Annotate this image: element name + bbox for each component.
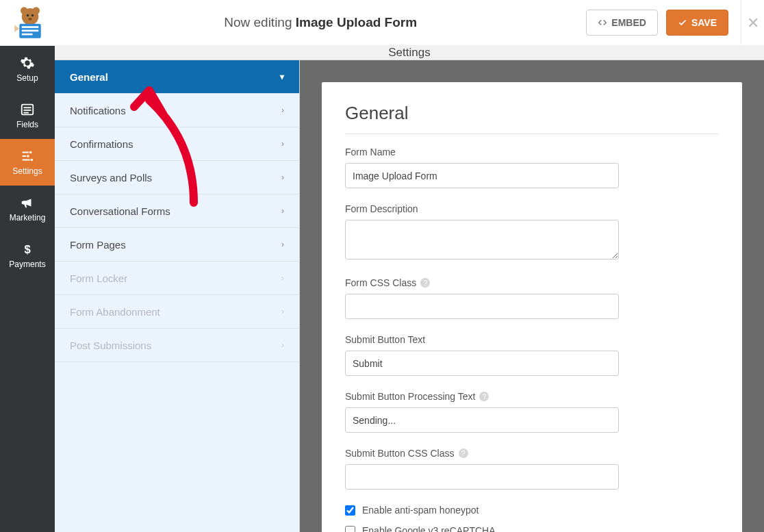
- help-icon[interactable]: ?: [459, 448, 468, 458]
- columns: General ▾ Notifications › Confirmations …: [55, 60, 764, 532]
- svg-point-16: [31, 159, 34, 162]
- submit-text-input[interactable]: [345, 351, 619, 376]
- honeypot-label: Enable anti-spam honeypot: [362, 505, 479, 516]
- chevron-right-icon: ›: [281, 273, 284, 283]
- settings-nav-label: Confirmations: [70, 138, 133, 150]
- embed-button-label: EMBED: [611, 17, 646, 28]
- rail-marketing[interactable]: Marketing: [0, 186, 55, 232]
- topbar-actions: EMBED SAVE: [586, 10, 741, 36]
- form-description-label: Form Description: [345, 203, 719, 214]
- panel-heading: General: [345, 103, 719, 134]
- svg-rect-11: [24, 107, 31, 108]
- settings-nav-notifications[interactable]: Notifications ›: [55, 94, 299, 127]
- general-panel: General Form Name Form Description Form …: [322, 82, 742, 532]
- help-icon[interactable]: ?: [479, 392, 489, 401]
- save-button-label: SAVE: [691, 17, 717, 28]
- svg-point-5: [28, 18, 31, 21]
- settings-nav-form-locker: Form Locker ›: [55, 262, 299, 295]
- honeypot-checkbox[interactable]: [345, 505, 355, 516]
- recaptcha-checkbox[interactable]: [345, 526, 355, 533]
- rail-settings[interactable]: Settings: [0, 139, 55, 186]
- check-honeypot[interactable]: Enable anti-spam honeypot: [345, 505, 719, 516]
- form-name-label: Form Name: [345, 147, 719, 157]
- settings-nav-label: Conversational Forms: [70, 205, 170, 217]
- settings-nav-general[interactable]: General ▾: [55, 60, 299, 94]
- main-area: Setup Fields Settings Marketing $ Paymen…: [0, 46, 764, 532]
- svg-point-1: [21, 7, 28, 14]
- top-bar: Now editing Image Upload Form EMBED SAVE…: [0, 0, 764, 46]
- dollar-icon: $: [20, 242, 35, 257]
- recaptcha-label: Enable Google v3 reCAPTCHA: [362, 525, 496, 532]
- settings-nav-label: Surveys and Polls: [70, 172, 152, 183]
- editing-title: Now editing Image Upload Form: [55, 15, 586, 30]
- form-css-input[interactable]: [345, 294, 619, 319]
- rail-fields[interactable]: Fields: [0, 92, 55, 139]
- settings-nav-label: Form Pages: [70, 239, 126, 251]
- rail-payments[interactable]: $ Payments: [0, 232, 55, 279]
- sub-header: Settings: [55, 46, 764, 60]
- form-description-input[interactable]: [345, 220, 619, 259]
- settings-nav-conversational[interactable]: Conversational Forms ›: [55, 194, 299, 228]
- rail-label: Fields: [16, 120, 38, 129]
- form-name-input[interactable]: [345, 163, 619, 188]
- rail-label: Setup: [16, 73, 38, 83]
- sliders-icon: [20, 149, 35, 164]
- content-wrap: Settings General ▾ Notifications › Confi…: [55, 46, 764, 532]
- svg-point-3: [27, 14, 29, 17]
- canvas: General Form Name Form Description Form …: [300, 60, 764, 532]
- settings-nav-surveys[interactable]: Surveys and Polls ›: [55, 161, 299, 194]
- chevron-right-icon: ›: [281, 139, 284, 149]
- field-form-description: Form Description: [345, 203, 719, 262]
- settings-nav-post-submissions: Post Submissions ›: [55, 329, 299, 362]
- submit-text-label: Submit Button Text: [345, 334, 719, 345]
- svg-point-4: [31, 14, 34, 17]
- rail-setup[interactable]: Setup: [0, 46, 55, 92]
- editing-form-name: Image Upload Form: [296, 15, 417, 29]
- help-icon[interactable]: ?: [420, 278, 430, 288]
- settings-nav-label: Form Abandonment: [70, 306, 160, 318]
- rail-label: Marketing: [10, 213, 46, 223]
- svg-rect-12: [24, 110, 31, 111]
- svg-point-15: [27, 155, 29, 157]
- chevron-right-icon: ›: [281, 240, 284, 249]
- submit-processing-input[interactable]: [345, 407, 619, 433]
- submit-css-label: Submit Button CSS Class: [345, 448, 455, 459]
- field-submit-css: Submit Button CSS Class ?: [345, 448, 719, 490]
- settings-nav-label: General: [70, 71, 108, 83]
- embed-button[interactable]: EMBED: [586, 10, 658, 36]
- rail-label: Payments: [9, 259, 45, 269]
- field-submit-text: Submit Button Text: [345, 334, 719, 376]
- settings-nav: General ▾ Notifications › Confirmations …: [55, 60, 300, 532]
- rail-label: Settings: [12, 166, 42, 176]
- settings-nav-form-abandonment: Form Abandonment ›: [55, 295, 299, 329]
- chevron-right-icon: ›: [281, 206, 284, 216]
- settings-nav-confirmations[interactable]: Confirmations ›: [55, 127, 299, 161]
- save-button[interactable]: SAVE: [666, 10, 728, 36]
- bullhorn-icon: [20, 195, 35, 210]
- chevron-right-icon: ›: [281, 173, 284, 182]
- field-submit-processing: Submit Button Processing Text ?: [345, 391, 719, 433]
- submit-css-input[interactable]: [345, 464, 619, 490]
- left-rail: Setup Fields Settings Marketing $ Paymen…: [0, 46, 55, 532]
- settings-nav-label: Form Locker: [70, 273, 127, 284]
- chevron-right-icon: ›: [281, 340, 284, 350]
- svg-rect-8: [22, 30, 39, 32]
- check-recaptcha[interactable]: Enable Google v3 reCAPTCHA: [345, 525, 719, 532]
- svg-rect-13: [24, 112, 29, 114]
- form-css-label: Form CSS Class: [345, 277, 416, 288]
- wpforms-logo: [0, 3, 55, 42]
- chevron-right-icon: ›: [281, 105, 284, 115]
- sub-header-title: Settings: [388, 46, 430, 60]
- svg-rect-9: [22, 34, 33, 36]
- settings-nav-label: Notifications: [70, 105, 126, 116]
- chevron-right-icon: ›: [281, 307, 284, 316]
- svg-point-14: [29, 151, 32, 154]
- field-form-name: Form Name: [345, 147, 719, 188]
- field-form-css: Form CSS Class ?: [345, 277, 719, 319]
- editing-prefix: Now editing: [224, 15, 292, 29]
- close-button[interactable]: ✕: [741, 0, 764, 46]
- chevron-down-icon: ▾: [280, 72, 284, 81]
- settings-nav-form-pages[interactable]: Form Pages ›: [55, 228, 299, 262]
- settings-nav-label: Post Submissions: [70, 340, 151, 351]
- submit-processing-label: Submit Button Processing Text: [345, 391, 475, 402]
